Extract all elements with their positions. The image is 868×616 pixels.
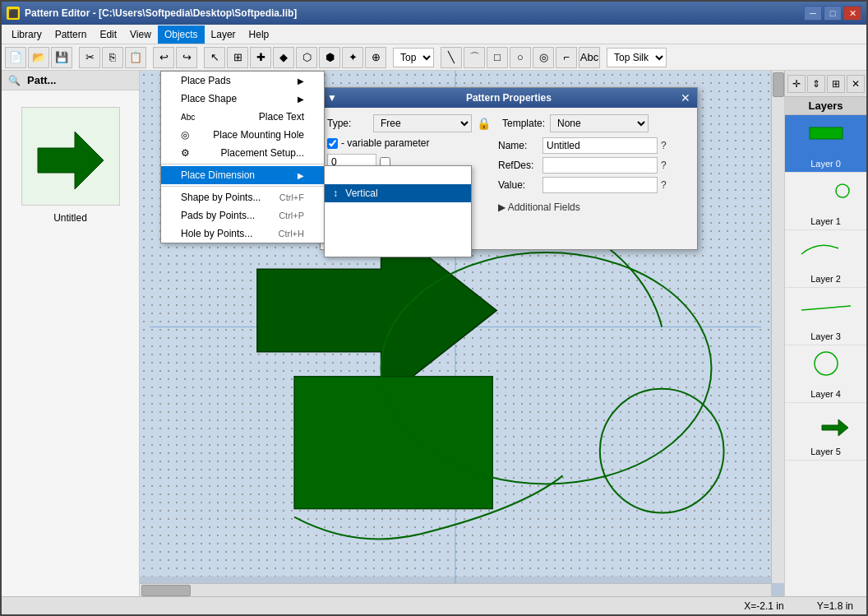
crosshair-mode-button[interactable]: ✛: [787, 75, 806, 93]
name-question-icon[interactable]: ?: [661, 140, 667, 151]
value-question-icon[interactable]: ?: [661, 179, 667, 191]
title-bar: ⬛ Pattern Editor - [C:\Users\Softpedia\D…: [2, 2, 866, 25]
menu-library[interactable]: Library: [5, 25, 48, 44]
star-tool[interactable]: ✦: [342, 47, 363, 68]
layer-5-name: Layer 5: [810, 447, 841, 456]
dimension-submenu: ↔ Horizontal ↕ Vertical ↗ Free ↱: [324, 165, 472, 257]
canvas-right-toolbar: ✛ ⇕ ⊞ ✕: [784, 71, 866, 97]
svg-point-8: [836, 184, 849, 197]
redo-button[interactable]: ↪: [176, 47, 197, 68]
main-content: 🔍 Patt... Untitled: [2, 71, 866, 596]
layer-1-item[interactable]: Layer 1: [785, 173, 866, 230]
hex2-tool[interactable]: ⬢: [319, 47, 340, 68]
menu-place-dimension[interactable]: Place Dimension ▶ ↔ Horizontal ↕ Vertica…: [161, 166, 324, 184]
select-tool[interactable]: ↖: [204, 47, 225, 68]
variable-param-checkbox[interactable]: [327, 138, 338, 149]
submenu-radius[interactable]: ↱ Radius: [325, 220, 471, 239]
menu-hole-by-points[interactable]: Hole by Points... Ctrl+H: [161, 225, 324, 243]
dialog-title-bar[interactable]: ▼ Pattern Properties ✕: [321, 88, 697, 108]
layer-4-svg: [797, 347, 855, 380]
menu-pattern[interactable]: Pattern: [48, 25, 94, 44]
arc-tool[interactable]: ⌒: [464, 47, 485, 68]
menu-place-mounting-hole[interactable]: ◎ Place Mounting Hole: [161, 126, 324, 144]
name-label: Name:: [498, 140, 539, 151]
diamond-tool[interactable]: ◆: [273, 47, 294, 68]
menu-place-shape[interactable]: Place Shape ▶: [161, 90, 324, 108]
close-button[interactable]: ✕: [843, 6, 861, 21]
objects-dropdown: Place Pads ▶ Place Shape ▶ Abc Place Tex…: [160, 71, 325, 243]
type-label: Type:: [327, 118, 368, 129]
undo-button[interactable]: ↩: [153, 47, 174, 68]
place-text-label: Place Text: [259, 111, 304, 123]
lock-icon[interactable]: 🔒: [477, 117, 491, 130]
template-select[interactable]: None: [550, 114, 649, 132]
circle-tool[interactable]: ◎: [533, 47, 554, 68]
line-tool[interactable]: ╲: [441, 47, 462, 68]
open-button[interactable]: 📂: [28, 47, 49, 68]
radius-icon: ↱: [333, 224, 341, 235]
layer-2-item[interactable]: Layer 2: [785, 230, 866, 288]
layer-3-item[interactable]: Layer 3: [785, 288, 866, 345]
layer-select[interactable]: Top Silk: [607, 48, 667, 67]
paste-button[interactable]: 📋: [125, 47, 146, 68]
hole-by-points-label: Hole by Points...: [181, 228, 252, 239]
title-bar-controls: ─ □ ✕: [804, 6, 861, 21]
save-button[interactable]: 💾: [51, 47, 72, 68]
target-tool[interactable]: ⊕: [365, 47, 386, 68]
new-button[interactable]: 📄: [5, 47, 26, 68]
maximize-button[interactable]: □: [824, 6, 842, 21]
menu-objects[interactable]: Objects: [158, 25, 205, 44]
cut-button[interactable]: ✂: [79, 47, 100, 68]
menu-bar: Library Pattern Edit View Objects Layer …: [2, 25, 866, 44]
menu-view[interactable]: View: [123, 25, 158, 44]
hex-tool[interactable]: ⬡: [296, 47, 317, 68]
menu-edit[interactable]: Edit: [93, 25, 123, 44]
svg-marker-0: [38, 132, 104, 189]
placement-setup-label: Placement Setup...: [221, 147, 304, 159]
text-tool[interactable]: Abc: [579, 47, 600, 68]
template-label: Template:: [502, 118, 545, 129]
menu-shape-by-points[interactable]: Shape by Points... Ctrl+F: [161, 188, 324, 206]
submenu-horizontal[interactable]: ↔ Horizontal: [325, 166, 471, 184]
ellipse-tool[interactable]: ○: [510, 47, 531, 68]
refdes-question-icon[interactable]: ?: [661, 160, 667, 171]
additional-fields-button[interactable]: ▶ Additional Fields: [498, 201, 580, 213]
move-tool[interactable]: ⊞: [227, 47, 248, 68]
vertical-scrollbar[interactable]: [771, 71, 784, 583]
name-input[interactable]: [542, 137, 658, 154]
menu-pads-by-points[interactable]: Pads by Points... Ctrl+P: [161, 206, 324, 225]
variable-param-label: - variable parameter: [341, 137, 429, 149]
polyline-tool[interactable]: ⌐: [556, 47, 577, 68]
dialog-close-button[interactable]: ✕: [681, 91, 690, 104]
horizontal-scrollbar[interactable]: [140, 583, 771, 596]
left-panel-header: 🔍 Patt...: [2, 71, 139, 90]
submenu-vertical[interactable]: ↕ Vertical: [325, 184, 471, 202]
type-select[interactable]: Free SMD THT: [373, 114, 472, 132]
menu-layer[interactable]: Layer: [205, 25, 242, 44]
layer-0-item[interactable]: Layer 0: [785, 115, 866, 173]
zoom-button[interactable]: ⊞: [827, 75, 845, 93]
copy-button[interactable]: ⎘: [102, 47, 123, 68]
refdes-input[interactable]: [542, 157, 658, 174]
pan-button[interactable]: ⇕: [807, 75, 825, 93]
y-coord: Y=1.8 in: [817, 600, 853, 612]
fit-button[interactable]: ✕: [847, 75, 865, 93]
search-icon[interactable]: 🔍: [8, 75, 21, 86]
menu-help[interactable]: Help: [242, 25, 276, 44]
layer-4-item[interactable]: Layer 4: [785, 345, 866, 403]
minimize-button[interactable]: ─: [804, 6, 822, 21]
crosshair-tool[interactable]: ✚: [250, 47, 271, 68]
additional-fields-row: ▶ Additional Fields: [498, 201, 690, 213]
submenu-free[interactable]: ↗ Free: [325, 202, 471, 220]
layer-2-svg: [797, 236, 855, 261]
menu-placement-setup[interactable]: ⚙ Placement Setup...: [161, 144, 324, 162]
menu-place-pads[interactable]: Place Pads ▶: [161, 72, 324, 90]
rect-tool[interactable]: □: [487, 47, 508, 68]
view-select[interactable]: Top: [393, 48, 434, 67]
submenu-point-comment[interactable]: ⊙ Point / Comment: [325, 239, 471, 257]
canvas-area[interactable]: Place Pads ▶ Place Shape ▶ Abc Place Tex…: [140, 71, 784, 596]
left-panel: 🔍 Patt... Untitled: [2, 71, 140, 596]
layer-5-item[interactable]: Layer 5: [785, 403, 866, 461]
menu-place-text[interactable]: Abc Place Text: [161, 108, 324, 126]
value-input[interactable]: [542, 177, 658, 193]
